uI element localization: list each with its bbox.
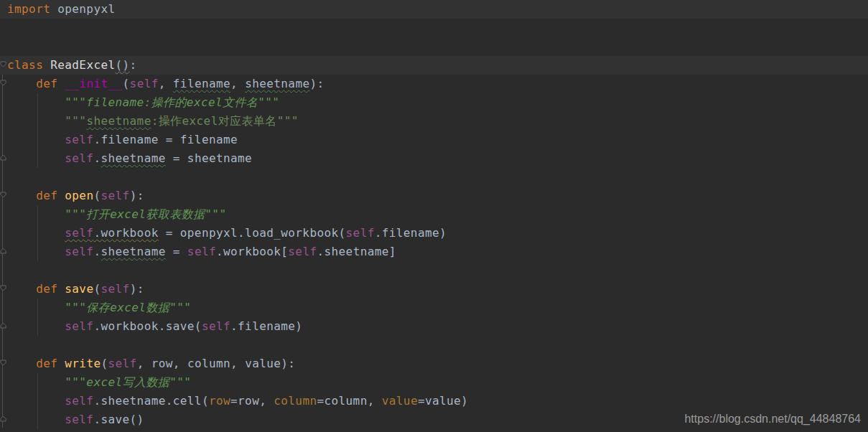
code-line[interactable]: def open(self): — [0, 187, 868, 205]
code-token: write — [65, 357, 101, 370]
fold-collapse-arrow-icon[interactable] — [0, 285, 6, 291]
code-token — [7, 207, 65, 221]
code-token: def — [36, 282, 57, 296]
code-token — [57, 77, 65, 90]
code-token: ): — [309, 77, 324, 90]
fold-collapse-arrow-icon[interactable] — [0, 80, 6, 86]
code-token: row — [209, 394, 230, 408]
code-token: , — [159, 77, 173, 90]
code-token — [7, 189, 36, 202]
code-token: self — [65, 394, 93, 408]
code-token: = — [166, 245, 187, 258]
code-line[interactable]: import openpyxl — [0, 0, 868, 19]
code-token: sheetname — [101, 151, 165, 165]
code-token: sheetname — [101, 245, 165, 258]
code-token: """ — [65, 114, 86, 128]
code-token: .filename) — [230, 319, 302, 333]
code-token: self — [202, 319, 230, 333]
fold-end-arrow-icon[interactable] — [0, 154, 6, 161]
code-token: .workbook.save( — [93, 319, 202, 333]
code-token: __init__ — [65, 77, 122, 90]
code-token — [57, 357, 65, 370]
code-token: def — [36, 357, 57, 370]
code-line[interactable]: def __init__(self, filename, sheetname): — [0, 75, 868, 93]
code-line[interactable] — [0, 336, 868, 354]
code-line[interactable]: """filename:操作的excel文件名""" — [0, 93, 868, 112]
code-line[interactable] — [0, 261, 868, 280]
fold-collapse-arrow-icon[interactable] — [0, 61, 6, 67]
code-token — [57, 282, 65, 296]
code-line[interactable]: self.workbook.save(self.filename) — [0, 317, 868, 336]
code-token — [7, 301, 65, 314]
code-token: = sheetname — [166, 151, 252, 165]
code-token: ( — [93, 282, 101, 296]
code-token — [7, 133, 65, 146]
code-token — [7, 413, 65, 426]
code-token: , — [230, 77, 245, 90]
code-line[interactable]: def save(self): — [0, 280, 868, 299]
code-line[interactable]: """打开excel获取表数据""" — [0, 205, 868, 224]
code-token: .workbook — [93, 226, 158, 240]
code-token — [7, 394, 65, 408]
code-line[interactable] — [0, 37, 868, 56]
code-line[interactable]: class ReadExcel(): — [0, 56, 868, 75]
code-token: def — [36, 189, 57, 202]
code-area[interactable]: import openpyxl class ReadExcel(): def _… — [0, 0, 868, 429]
code-token — [7, 375, 65, 389]
code-token: self — [65, 245, 93, 258]
code-editor: import openpyxl class ReadExcel(): def _… — [0, 0, 868, 432]
code-token: .save() — [93, 413, 144, 426]
code-line[interactable] — [0, 19, 868, 37]
code-token: class — [7, 58, 43, 72]
fold-collapse-arrow-icon[interactable] — [0, 360, 6, 366]
code-token — [7, 282, 36, 296]
code-token: value — [382, 394, 418, 408]
code-line[interactable]: """保存excel数据""" — [0, 299, 868, 317]
code-token: : — [130, 58, 137, 72]
code-token — [7, 151, 65, 165]
code-token: , row, column, value): — [137, 357, 296, 370]
code-token: """excel写入数据""" — [65, 375, 191, 389]
code-token: .filename = filename — [93, 133, 238, 146]
code-token — [7, 245, 65, 258]
fold-end-arrow-icon[interactable] — [0, 248, 6, 254]
fold-collapse-arrow-icon[interactable] — [0, 192, 6, 198]
code-line[interactable]: self.sheetname.cell(row=row, column=colu… — [0, 392, 868, 410]
code-token: .filename) — [375, 226, 447, 240]
code-line[interactable]: """excel写入数据""" — [0, 373, 868, 392]
code-line[interactable]: self.sheetname = self.workbook[self.shee… — [0, 243, 868, 261]
fold-end-arrow-icon[interactable] — [0, 415, 6, 422]
code-token: =value) — [418, 394, 468, 408]
code-token: =row, — [230, 394, 274, 408]
code-token: self — [65, 319, 93, 333]
code-token: """打开excel获取表数据""" — [65, 207, 226, 221]
code-token: column — [274, 394, 317, 408]
code-line[interactable]: """sheetname:操作excel对应表单名""" — [0, 112, 868, 131]
code-token — [7, 226, 65, 240]
code-token: def — [36, 77, 57, 90]
code-line[interactable]: def write(self, row, column, value): — [0, 354, 868, 373]
fold-end-arrow-icon[interactable] — [0, 322, 6, 329]
code-token: self — [101, 282, 129, 296]
code-token: self — [108, 357, 137, 370]
code-token — [7, 77, 36, 90]
code-token: ( — [123, 77, 130, 90]
code-token: self — [101, 189, 129, 202]
code-token — [7, 319, 65, 333]
code-token: """保存excel数据""" — [65, 301, 191, 314]
code-token: ( — [93, 189, 101, 202]
code-line[interactable]: self.sheetname = sheetname — [0, 149, 868, 168]
code-token: self — [130, 77, 159, 90]
code-token — [43, 58, 50, 72]
code-token: ): — [130, 282, 144, 296]
code-token: :操作excel对应表单名""" — [151, 114, 299, 128]
code-token: self — [65, 413, 93, 426]
code-token: =column, — [317, 394, 381, 408]
code-line[interactable]: self.filename = filename — [0, 131, 868, 149]
code-token: sheetname — [86, 114, 151, 128]
code-token: ): — [130, 189, 144, 202]
code-line[interactable] — [0, 168, 868, 187]
code-token — [7, 357, 36, 370]
code-line[interactable]: self.workbook = openpyxl.load_workbook(s… — [0, 224, 868, 243]
code-token: self — [65, 133, 93, 146]
